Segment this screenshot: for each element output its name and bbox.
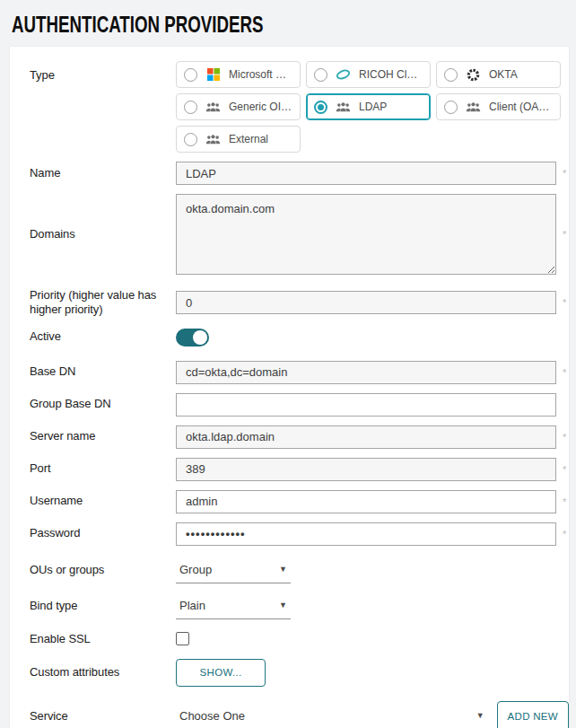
bind-type-select[interactable]: Plain ▼ (176, 594, 291, 619)
base-dn-label: Base DN (30, 364, 176, 379)
radio-icon[interactable] (184, 101, 197, 114)
group-base-dn-label: Group Base DN (30, 397, 176, 411)
server-name-input[interactable] (176, 425, 556, 449)
priority-input[interactable] (176, 291, 556, 314)
enable-ssl-label: Enable SSL (30, 632, 176, 646)
port-row: Port * (30, 458, 569, 481)
radio-icon[interactable] (184, 133, 197, 146)
domains-label: Domains (30, 227, 176, 241)
bind-type-row: Bind type Plain ▼ (30, 594, 569, 619)
type-option-label: External (229, 133, 268, 145)
required-asterisk: * (563, 496, 570, 507)
type-option-microsoft-entra-id[interactable]: Microsoft Entra ID (176, 61, 301, 88)
custom-attributes-label: Custom attributes (30, 665, 176, 680)
name-label: Name (30, 166, 176, 180)
ous-or-groups-label: OUs or groups (30, 563, 176, 577)
active-row: Active (30, 329, 569, 346)
required-asterisk: * (563, 229, 570, 240)
service-selected-value: Choose One (179, 709, 245, 723)
required-asterisk: * (563, 168, 570, 179)
type-option-label: Microsoft Entra ID (229, 68, 292, 81)
password-row: Password * (30, 522, 569, 546)
enable-ssl-checkbox[interactable] (176, 632, 189, 645)
page-title: AUTHENTICATION PROVIDERS (12, 11, 452, 38)
enable-ssl-row: Enable SSL (30, 632, 569, 646)
dropdown-arrow-icon: ▼ (476, 711, 484, 720)
okta-logo-icon (466, 67, 481, 82)
server-name-row: Server name * (30, 425, 569, 449)
required-asterisk: * (563, 432, 570, 443)
required-asterisk: * (563, 464, 570, 475)
active-toggle[interactable] (176, 329, 209, 346)
priority-label: Priority (higher value has higher priori… (30, 288, 176, 318)
type-option-label: RICOH CloudStream (359, 68, 423, 81)
type-option-ldap[interactable]: LDAP (306, 93, 431, 120)
domains-textarea[interactable]: okta.domain.com (176, 194, 556, 275)
password-input[interactable] (176, 522, 556, 546)
type-option-ricoh-cloudstream[interactable]: RICOH CloudStream (306, 61, 431, 88)
radio-icon[interactable] (314, 68, 327, 82)
port-label: Port (30, 461, 176, 476)
username-label: Username (30, 494, 176, 508)
type-option-generic-oidc[interactable]: Generic OIDC (176, 93, 301, 120)
users-icon (336, 100, 351, 114)
type-option-okta[interactable]: OKTA (436, 61, 561, 88)
radio-icon[interactable] (184, 68, 197, 82)
priority-row: Priority (higher value has higher priori… (30, 288, 569, 318)
group-base-dn-input[interactable] (176, 393, 556, 417)
required-asterisk: * (563, 297, 570, 308)
type-option-label: OKTA (489, 68, 518, 81)
type-label: Type (30, 61, 176, 83)
base-dn-input[interactable] (176, 361, 556, 384)
custom-attributes-row: Custom attributes SHOW... (30, 659, 569, 687)
service-label: Service (30, 701, 176, 724)
radio-icon[interactable] (444, 68, 458, 82)
active-label: Active (30, 329, 176, 344)
type-option-label: Client (OAuth2) (489, 101, 553, 113)
type-option-client-oauth2[interactable]: Client (OAuth2) (436, 93, 561, 120)
radio-icon[interactable] (444, 101, 458, 114)
ous-or-groups-selected-value: Group (179, 563, 212, 576)
dropdown-arrow-icon: ▼ (279, 601, 287, 610)
bind-type-selected-value: Plain (179, 599, 205, 612)
required-asterisk: * (563, 529, 570, 539)
microsoft-logo-icon (205, 67, 221, 82)
type-option-external[interactable]: External (176, 126, 301, 153)
users-icon (205, 132, 221, 146)
service-select[interactable]: Choose One ▼ (176, 705, 488, 728)
username-input[interactable] (176, 490, 556, 513)
show-custom-attributes-button[interactable]: SHOW... (176, 659, 266, 687)
service-row: Service Choose One ▼ ADD NEW (30, 701, 569, 728)
name-row: Name * (30, 162, 569, 185)
type-row: Type Microsoft Entra ID RICOH CloudStrea… (30, 61, 569, 153)
bind-type-label: Bind type (30, 599, 176, 613)
add-new-service-button[interactable]: ADD NEW (497, 701, 569, 728)
auth-provider-form-panel: Type Microsoft Entra ID RICOH CloudStrea… (10, 47, 569, 728)
users-icon (205, 100, 221, 114)
ous-or-groups-row: OUs or groups Group ▼ (30, 558, 569, 583)
domains-row: Domains okta.domain.com * (30, 194, 569, 275)
port-input[interactable] (176, 458, 556, 481)
server-name-label: Server name (30, 429, 176, 443)
name-input[interactable] (176, 162, 556, 185)
type-option-label: Generic OIDC (229, 101, 292, 113)
type-option-label: LDAP (359, 101, 387, 113)
cloudstream-logo-icon (336, 67, 351, 82)
type-options-grid: Microsoft Entra ID RICOH CloudStream OKT… (176, 61, 561, 153)
base-dn-row: Base DN * (30, 361, 569, 384)
group-base-dn-row: Group Base DN (30, 393, 569, 417)
users-icon (466, 100, 481, 114)
required-asterisk: * (563, 367, 570, 378)
username-row: Username * (30, 490, 569, 513)
password-label: Password (30, 526, 176, 540)
radio-icon-selected[interactable] (314, 101, 327, 114)
dropdown-arrow-icon: ▼ (279, 565, 287, 574)
toggle-knob (193, 330, 207, 345)
ous-or-groups-select[interactable]: Group ▼ (176, 558, 291, 583)
